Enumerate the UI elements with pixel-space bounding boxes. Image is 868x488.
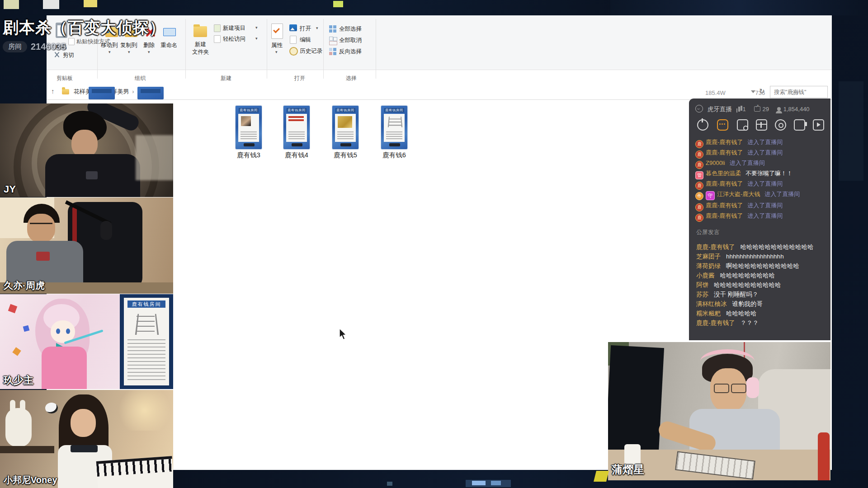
shelf [0,446,54,453]
chat-message: ？？？ [741,319,759,326]
dropdown-caret: ▾ [316,26,318,30]
streamer-name-label: 玖少主 [4,374,33,387]
chat-bubble-icon[interactable] [717,119,728,131]
record-icon[interactable] [794,119,805,131]
group-label-organize: 组织 [135,75,146,82]
chat-username[interactable]: 江洋大盗-鹿大钱 [717,191,760,197]
webcam-icon[interactable] [775,119,786,131]
anime-eye [66,328,70,334]
power-icon[interactable] [697,119,708,131]
deco-yellow-shape [594,471,609,482]
chat-username[interactable]: 苏苏 [696,291,708,298]
ladder-sketch-icon [388,117,402,127]
rank-icon [738,107,740,112]
select-none-button[interactable]: 全部取消 [339,37,362,44]
file-thumb-bar [340,143,351,146]
chat-username[interactable]: 鹿鹿-鹿有钱了 [706,202,743,209]
chat-username[interactable]: 阿饼 [696,282,708,288]
stat-likes: 736 [755,89,765,96]
navigate-up-icon[interactable]: ↑ [51,87,55,95]
bright-wall-patch [136,135,173,180]
chat-username[interactable]: 鹿鹿-鹿有钱了 [706,180,743,187]
chat-username[interactable]: 糯米糍粑 [696,310,721,317]
doc-text-lines [127,339,165,381]
file-thumbnail-partial[interactable] [89,87,115,99]
file-item[interactable]: 鹿有钱房间 鹿有钱5 [321,106,370,160]
text-lines [386,131,402,140]
deco-top-rect [43,0,59,9]
dropdown-caret: ▾ [255,36,258,41]
file-thumb-paper [335,114,356,142]
room-number: 2146035 [31,42,66,52]
rabbit-lamp [5,408,32,447]
file-thumbnail[interactable]: 鹿有钱房间 [283,106,310,149]
new-folder-button[interactable]: 新建 [195,41,206,48]
photo-icon [241,116,251,126]
rabbit-ear [10,400,15,413]
chat-message: 不要张嘴了嘛！！ [745,170,793,177]
stream-settings-icon[interactable] [737,119,748,131]
text-lines [241,131,257,140]
file-thumb-header: 鹿有钱房间 [335,108,355,113]
chat-username[interactable]: 小鹿酱 [696,272,715,279]
select-all-button[interactable]: 全部选择 [339,25,362,33]
stream-stats-row: 185.4W 736 29 [705,89,823,96]
anime-eye [56,328,60,334]
file-thumbnail-partial[interactable] [137,87,164,99]
mouse-cursor [338,328,347,343]
file-item[interactable]: 鹿有钱房间 鹿有钱4 [272,106,321,160]
history-button[interactable]: 历史记录 [300,47,322,55]
chat-username[interactable]: 鹿鹿-鹿有钱了 [706,212,743,219]
properties-button[interactable]: 属性 [271,42,283,49]
chat-message: 啊哈哈哈哈哈哈哈哈哈哈哈 [726,263,799,269]
chat-username[interactable]: 鹿鹿-鹿有钱了 [706,149,743,156]
ribbon-separator [267,19,267,79]
invert-selection-button[interactable]: 反向选择 [339,48,362,56]
gold-image-icon [338,116,352,128]
chat-username[interactable]: 薄荷奶绿 [696,263,721,269]
easy-access-button[interactable]: 轻松访问 [223,35,245,43]
share-count: 29 [763,106,769,113]
headphone-earcup [746,377,759,398]
file-thumbnail[interactable]: 鹿有钱房间 [332,106,359,149]
chat-message: 进入了直播间 [747,149,783,156]
chat-username[interactable]: 暮色里的温柔 [706,170,741,177]
edit-button[interactable]: 编辑 [300,36,311,44]
file-item[interactable]: 鹿有钱房间 鹿有钱3 [224,106,274,160]
open-icon [289,24,297,31]
file-thumbnail[interactable]: 鹿有钱房间 [381,106,407,149]
new-item-icon [214,24,221,32]
new-folder-button-line2[interactable]: 文件夹 [192,48,209,56]
deco-right-column [839,81,863,181]
webcam-feed-jy: JY [0,103,173,197]
chat-username[interactable]: 芝麻团子 [696,253,721,260]
chat-username[interactable]: 鹿鹿-鹿有钱了 [696,319,735,326]
select-none-icon [329,37,333,41]
text-lines [288,131,305,140]
ribbon-separator [376,19,376,79]
file-item[interactable]: 鹿有钱房间 鹿有钱6 [369,106,419,160]
chat-message: 没干 刚睡醒吗？ [714,291,758,298]
chat-message: 哈哈哈哈哈哈哈哈哈哈哈哈 [741,244,814,250]
cut-button[interactable]: 剪切 [63,52,74,59]
clip-icon[interactable] [813,119,824,131]
fan-badge: 鹿 [695,203,703,211]
chat-username[interactable]: Z9000li [706,160,725,166]
warm-glow [113,390,173,431]
chat-username[interactable]: 鹿鹿-鹿有钱了 [706,139,743,145]
new-item-button[interactable]: 新建项目 [223,24,245,32]
file-name: 鹿有钱6 [369,151,419,160]
platform-name: 虎牙直播 [708,106,732,113]
file-thumbnail[interactable]: 鹿有钱房间 [236,106,262,149]
history-icon [289,47,298,56]
text-lines [337,131,354,140]
fan-badge: 鹿 [695,214,703,222]
breadcrumb-sep-icon: › [129,88,137,95]
chat-username[interactable]: 满杯红柚冰 [696,300,727,307]
gift-icon[interactable] [756,119,767,131]
chat-username[interactable]: 鹿鹿-鹿有钱了 [696,244,735,250]
open-button[interactable]: 打开 [300,25,311,33]
webcam-feed-jiushaozhu: 鹿有钱房间 玖少主 [0,294,173,389]
deco-top-rect [4,0,19,9]
breadcrumb-folder-icon [62,89,69,94]
